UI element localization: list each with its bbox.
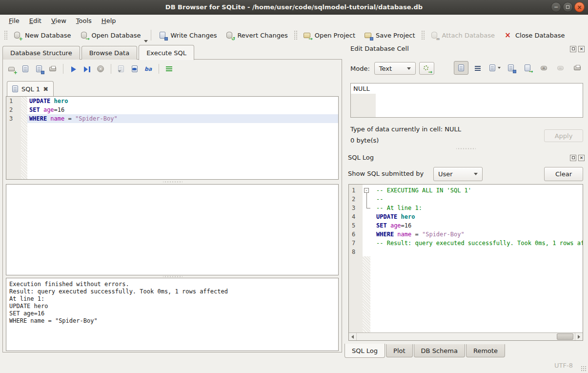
maximize-button[interactable] xyxy=(563,2,573,12)
auto-format-icon[interactable]: ba xyxy=(144,65,153,73)
dock-tab-db-schema[interactable]: DB Schema xyxy=(414,344,465,357)
minimize-button[interactable]: − xyxy=(551,2,561,12)
execution-log-line: WHERE name = "Spider-Boy" xyxy=(9,317,335,325)
log-line[interactable]: 8 xyxy=(349,248,583,256)
menu-item-edit[interactable]: Edit xyxy=(24,16,46,26)
filter-value: User xyxy=(438,170,453,178)
horizontal-scrollbar[interactable] xyxy=(349,332,583,340)
word-wrap-button[interactable] xyxy=(470,61,485,75)
auto-apply-button[interactable]: → xyxy=(419,62,434,75)
save-project-icon xyxy=(364,31,372,40)
close-tab-icon[interactable]: ✖ xyxy=(43,85,48,93)
execution-status-log[interactable]: Execution finished without errors.Result… xyxy=(6,278,339,351)
open-sql-file-icon[interactable] xyxy=(21,65,30,73)
execute-current-line-icon[interactable] xyxy=(83,65,91,73)
tab-execute-sql[interactable]: Execute SQL xyxy=(139,45,194,60)
submitted-by-combobox[interactable]: User xyxy=(433,167,483,181)
float-dock-icon[interactable] xyxy=(570,46,576,52)
open-project-button[interactable]: →Open Project xyxy=(299,29,360,41)
tab-browse-data[interactable]: Browse Data xyxy=(81,46,138,60)
resize-grip[interactable] xyxy=(581,366,587,372)
close-button[interactable]: × xyxy=(574,2,585,12)
code-text: -- EXECUTING ALL IN 'SQL 1' xyxy=(370,186,583,195)
close-database-button[interactable]: ×Close Database xyxy=(499,29,569,41)
clear-button[interactable]: Clear xyxy=(544,167,583,181)
float-dock-icon[interactable] xyxy=(570,155,576,161)
log-line[interactable]: 3-- At line 1: xyxy=(349,204,583,212)
log-line[interactable]: 1--- EXECUTING ALL IN 'SQL 1' xyxy=(349,186,583,195)
new-sql-tab-icon[interactable]: + xyxy=(8,65,16,73)
fold-collapse-icon[interactable]: - xyxy=(364,188,369,193)
save-project-button[interactable]: Save Project xyxy=(360,29,420,41)
scrollbar-thumb[interactable] xyxy=(557,333,573,340)
tab-database-structure[interactable]: Database Structure xyxy=(2,46,80,60)
code-text: -- xyxy=(370,195,583,204)
encoding-indicator[interactable]: UTF-8 xyxy=(554,362,573,369)
export-data-button[interactable] xyxy=(504,61,518,75)
dock-splitter[interactable] xyxy=(456,147,476,150)
code-token xyxy=(72,115,75,122)
toolbar-handle[interactable] xyxy=(421,30,425,40)
sql-code-editor[interactable]: 1UPDATE hero2SET age=163WHERE name = "Sp… xyxy=(6,96,339,180)
menu-item-tools[interactable]: Tools xyxy=(71,16,97,26)
apply-data-button[interactable]: → xyxy=(520,61,535,75)
scroll-left-icon[interactable] xyxy=(349,333,357,340)
editor-line[interactable]: 3WHERE name = "Spider-Boy" xyxy=(6,114,338,123)
cell-value-editor[interactable]: NULL xyxy=(350,83,583,118)
cell-size-info: 0 byte(s) xyxy=(350,137,379,144)
editor-results-splitter[interactable] xyxy=(163,181,182,183)
log-line[interactable]: 4UPDATE hero xyxy=(349,212,583,221)
menu-item-view[interactable]: View xyxy=(46,16,71,26)
text-mode-button[interactable] xyxy=(454,61,468,75)
close-database-icon: × xyxy=(504,31,512,40)
set-null-button[interactable]: − xyxy=(553,61,568,75)
close-dock-icon[interactable]: × xyxy=(578,155,585,161)
editor-line[interactable]: 2SET age=16 xyxy=(6,105,338,114)
print-icon[interactable] xyxy=(49,65,57,73)
dock-tab-bar: SQL LogPlotDB SchemaRemote xyxy=(345,344,506,358)
sql-document-tab[interactable]: SQL 1 ✖ xyxy=(7,81,54,96)
log-line[interactable]: 7-- Result: query executed successfully.… xyxy=(349,239,583,248)
open-project-icon: → xyxy=(303,31,311,40)
line-number: 1 xyxy=(349,186,363,195)
scroll-right-icon[interactable] xyxy=(575,333,583,340)
log-line[interactable]: 6WHERE name = "Spider-Boy" xyxy=(349,230,583,239)
mode-combobox[interactable]: Text xyxy=(374,62,416,75)
stop-execution-icon[interactable]: ✕ xyxy=(97,65,105,73)
close-dock-icon[interactable]: × xyxy=(578,46,585,52)
fold-margin-cell: - xyxy=(363,186,370,195)
dock-tab-remote[interactable]: Remote xyxy=(466,344,505,357)
query-results-pane[interactable] xyxy=(6,184,339,275)
log-line[interactable]: 5SET age=16 xyxy=(349,221,583,230)
app-window: DB Browser for SQLite - /home/user/code/… xyxy=(0,0,588,373)
editor-line[interactable]: 1UPDATE hero xyxy=(6,97,338,105)
toolbar-handle[interactable] xyxy=(294,30,297,40)
dock-tab-sql-log[interactable]: SQL Log xyxy=(345,344,385,358)
toolbar-button-label: Open Database xyxy=(92,32,141,39)
sql-log-view[interactable]: 1--- EXECUTING ALL IN 'SQL 1'2--3-- At l… xyxy=(348,184,583,341)
dock-tab-plot[interactable]: Plot xyxy=(386,344,413,357)
cell-edit-toolbar: → ∞ − xyxy=(454,61,585,75)
menu-item-help[interactable]: Help xyxy=(97,16,121,26)
menu-item-file[interactable]: File xyxy=(4,16,24,26)
write-changes-button[interactable]: Write Changes xyxy=(154,29,221,41)
log-line[interactable]: 2-- xyxy=(349,195,583,204)
save-results-icon[interactable] xyxy=(117,65,125,73)
title-bar[interactable]: DB Browser for SQLite - /home/user/code/… xyxy=(0,0,588,15)
find-replace-icon[interactable] xyxy=(131,65,139,73)
print-cell-button[interactable] xyxy=(570,61,585,75)
dropdown-caret-icon[interactable] xyxy=(144,40,148,42)
open-database-button[interactable]: →Open Database xyxy=(76,29,145,41)
import-data-button[interactable] xyxy=(487,61,502,75)
new-database-button[interactable]: +New Database xyxy=(9,29,76,41)
word-wrap-icon[interactable] xyxy=(165,65,173,73)
apply-button[interactable]: Apply xyxy=(544,129,583,142)
revert-changes-button[interactable]: ↺Revert Changes xyxy=(221,29,292,41)
sql-log-dock-buttons: × xyxy=(570,155,585,161)
mode-value: Text xyxy=(379,65,392,72)
save-sql-file-icon[interactable] xyxy=(35,65,43,73)
execute-sql-icon[interactable] xyxy=(69,65,78,73)
print-icon xyxy=(573,64,582,72)
link-data-button[interactable]: ∞ xyxy=(537,61,551,75)
toolbar-handle[interactable] xyxy=(4,30,7,40)
